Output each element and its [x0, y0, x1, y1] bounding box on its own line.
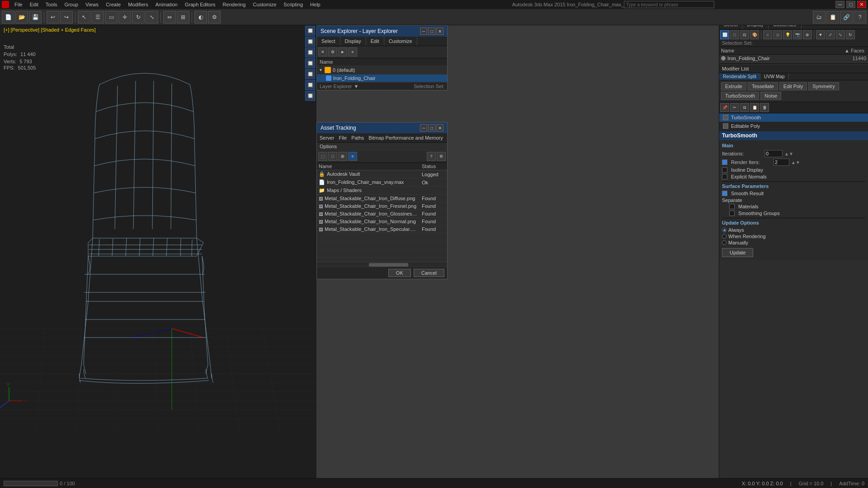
- search-box[interactable]: Type a keyword or phrase: [624, 1, 714, 8]
- mod-turbosmooth-btn[interactable]: TurboSmooth: [721, 92, 759, 100]
- table-row[interactable]: 🖼Metal_Stackable_Chair_Iron_Specular.png…: [317, 225, 447, 233]
- vp-icon-5[interactable]: 🔲: [305, 69, 315, 79]
- layer-close-x-btn[interactable]: ✕: [318, 47, 327, 56]
- renderable-split-tab[interactable]: Renderable Split: [719, 73, 760, 80]
- layer-tool-3[interactable]: ≡: [348, 47, 357, 56]
- render-iters-checkbox[interactable]: [722, 160, 727, 165]
- layer-mgr-btn[interactable]: 📋: [826, 11, 839, 23]
- window-minimize[interactable]: ─: [835, 1, 844, 8]
- window-close[interactable]: ✕: [857, 1, 866, 8]
- asset-cancel-btn[interactable]: Cancel: [414, 269, 444, 277]
- layer-tab-display[interactable]: Display: [340, 37, 366, 46]
- vp-icon-4[interactable]: 🔲: [305, 58, 315, 68]
- sel-invert-btn[interactable]: ⊟: [740, 30, 749, 39]
- isoline-checkbox[interactable]: [722, 167, 727, 173]
- open-file-btn[interactable]: 📂: [15, 11, 28, 23]
- undo-btn[interactable]: ↩: [47, 11, 59, 23]
- vp-icon-6[interactable]: 🔲: [305, 80, 315, 90]
- mirror-btn[interactable]: ⇔: [163, 11, 176, 23]
- save-file-btn[interactable]: 💾: [29, 11, 42, 23]
- asset-ok-btn[interactable]: OK: [388, 269, 411, 277]
- table-row[interactable]: 🖼Metal_Stackable_Chair_Iron_Glossiness.p…: [317, 210, 447, 218]
- layer-explorer-label[interactable]: Layer Explorer: [320, 84, 352, 89]
- asset-options[interactable]: Options: [317, 143, 447, 150]
- smoothing-groups-checkbox[interactable]: [729, 211, 735, 216]
- explicit-normals-checkbox[interactable]: [722, 174, 727, 179]
- sel-expand-btn[interactable]: ⤢: [826, 30, 835, 39]
- table-row[interactable]: 📄Iron_Folding_Chair_max_vray.max Ok: [317, 178, 447, 187]
- asset-btn-4[interactable]: ≡: [348, 152, 357, 161]
- align-btn[interactable]: ⊞: [177, 11, 189, 23]
- mod-tessellate-btn[interactable]: Tessellate: [748, 82, 778, 90]
- sel-refresh-btn[interactable]: ↻: [846, 30, 855, 39]
- render-setup-btn[interactable]: ⚙: [208, 11, 221, 23]
- vp-icon-1[interactable]: 🔲: [305, 26, 315, 36]
- when-rendering-radio[interactable]: [722, 234, 726, 239]
- select-btn[interactable]: ↖: [78, 11, 90, 23]
- render-iters-spinner[interactable]: ▲▼: [791, 160, 800, 165]
- materials-checkbox[interactable]: [729, 204, 735, 209]
- asset-track-btn[interactable]: 🔗: [840, 11, 853, 23]
- stack-copy-btn[interactable]: ⧉: [740, 103, 749, 112]
- sel-none-btn[interactable]: □: [730, 30, 739, 39]
- sel-collapse-btn[interactable]: ⤡: [836, 30, 845, 39]
- vp-icon-3[interactable]: 🔲: [305, 47, 315, 57]
- asset-scrollbar[interactable]: [317, 262, 447, 267]
- asset-scroll-track[interactable]: [317, 263, 447, 267]
- menu-file[interactable]: File: [13, 2, 24, 7]
- viewport[interactable]: [+] [Perspective] [Shaded + Edged Faces]…: [0, 25, 316, 478]
- render-iters-input[interactable]: [774, 159, 789, 166]
- manually-radio[interactable]: [722, 240, 726, 245]
- table-row[interactable]: 🖼Metal_Stackable_Chair_Iron_Fresnel.png …: [317, 202, 447, 210]
- sel-shape-btn[interactable]: ◇: [773, 30, 782, 39]
- menu-help[interactable]: Help: [308, 2, 322, 7]
- mod-noise-btn[interactable]: Noise: [760, 92, 781, 100]
- menu-views[interactable]: Views: [84, 2, 100, 7]
- asset-minimize-btn[interactable]: ─: [420, 124, 427, 131]
- stack-item-turbosmooth[interactable]: TurboSmooth: [719, 113, 868, 122]
- menu-group[interactable]: Group: [62, 2, 80, 7]
- layer-tool-1[interactable]: ⚙: [328, 47, 337, 56]
- scale-btn[interactable]: ⤡: [146, 11, 158, 23]
- menu-modifiers[interactable]: Modifiers: [126, 2, 150, 7]
- window-maximize[interactable]: □: [846, 1, 855, 8]
- layer-tool-2[interactable]: ►: [338, 47, 347, 56]
- help-btn[interactable]: ?: [854, 11, 866, 23]
- sel-all-btn[interactable]: ⬜: [720, 30, 729, 39]
- layer-item-default[interactable]: ▼ 0 (default): [317, 66, 447, 75]
- sel-helper-btn[interactable]: ⊕: [803, 30, 812, 39]
- menu-scripting[interactable]: Scripting: [282, 2, 305, 7]
- select-by-name-btn[interactable]: ☰: [91, 11, 104, 23]
- asset-close-btn[interactable]: ✕: [436, 124, 443, 131]
- asset-menu-server[interactable]: Server: [320, 134, 334, 141]
- layer-item-iron-chair[interactable]: Iron_Folding_Chair: [317, 75, 447, 82]
- layer-close-btn[interactable]: ✕: [436, 28, 443, 35]
- stack-checkbox-ep[interactable]: [723, 123, 728, 129]
- layer-tab-customize[interactable]: Customize: [384, 37, 417, 46]
- redo-btn[interactable]: ↪: [60, 11, 73, 23]
- asset-btn-1[interactable]: ⬚: [318, 152, 327, 161]
- layer-tab-select[interactable]: Select: [317, 37, 340, 46]
- asset-settings-btn[interactable]: ⚙: [437, 152, 446, 161]
- table-row[interactable]: 🖼Metal_Stackable_Chair_Iron_Normal.png F…: [317, 218, 447, 225]
- asset-btn-2[interactable]: □: [328, 152, 337, 161]
- stack-paste-btn[interactable]: 📋: [750, 103, 759, 112]
- sel-cam-btn[interactable]: 📷: [793, 30, 802, 39]
- move-btn[interactable]: ✛: [118, 11, 131, 23]
- stack-item-editable-poly[interactable]: Editable Poly: [719, 122, 868, 131]
- sel-obj-btn[interactable]: ○: [763, 30, 772, 39]
- mod-symmetry-btn[interactable]: Symmetry: [808, 82, 839, 90]
- stack-pin-btn[interactable]: 📌: [720, 103, 729, 112]
- layer-minimize-btn[interactable]: ─: [420, 28, 427, 35]
- update-btn[interactable]: Update: [722, 248, 753, 257]
- stack-checkbox-ts[interactable]: [723, 115, 728, 120]
- asset-btn-3[interactable]: ⊞: [338, 152, 347, 161]
- sel-light-btn[interactable]: 💡: [783, 30, 792, 39]
- table-row[interactable]: 🖼Metal_Stackable_Chair_Iron_Diffuse.png …: [317, 195, 447, 202]
- smooth-result-checkbox[interactable]: [722, 191, 727, 196]
- iterations-spinner[interactable]: ▲▼: [784, 151, 793, 156]
- asset-maximize-btn[interactable]: □: [428, 124, 435, 131]
- menu-create[interactable]: Create: [104, 2, 123, 7]
- expand-triangle[interactable]: ▼: [319, 68, 323, 72]
- menu-graph-editors[interactable]: Graph Editors: [183, 2, 217, 7]
